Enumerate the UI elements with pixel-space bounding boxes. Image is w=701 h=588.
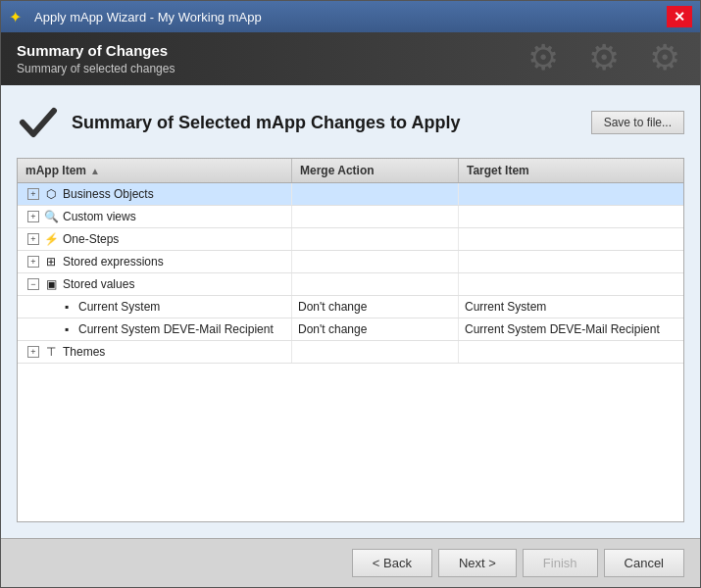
expand-toggle[interactable]: + [27,346,39,358]
row-label: Stored values [63,277,134,291]
cell-target-item [459,273,683,295]
table-body: +⬡Business Objects+🔍Custom views+⚡One-St… [18,183,683,364]
sort-arrow-icon: ▲ [90,166,100,176]
data-table: mApp Item ▲ Merge Action Target Item +⬡B… [17,158,684,522]
cell-merge-action [292,273,459,295]
next-button[interactable]: Next > [438,549,517,577]
storedval-icon: ▣ [43,276,59,292]
bo-icon: ⬡ [43,186,59,202]
cell-target-item [459,206,683,227]
col-header-mapp-item: mApp Item ▲ [18,159,292,182]
cell-merge-action [292,228,459,250]
title-bar-left: ✦ Apply mApp Wizard - My Working mApp [9,8,262,25]
expression-icon: ⊞ [43,254,59,270]
row-label: One-Steps [63,232,119,246]
cell-target-item: Current System DEVE-Mail Recipient [459,318,683,340]
table-row[interactable]: ▪Current System DEVE-Mail RecipientDon't… [18,318,683,341]
close-button[interactable]: ✕ [667,6,692,27]
cell-mapp-item: +⬡Business Objects [18,183,292,205]
search-icon: 🔍 [43,209,59,224]
cell-mapp-item: +⊤Themes [18,341,292,363]
row-label: Current System [78,300,160,314]
table-row[interactable]: +⚡One-Steps [18,228,683,251]
gear-decoration: ⚙ ⚙ ⚙ [527,37,690,78]
wizard-footer: < Back Next > Finish Cancel [1,538,700,587]
content-header: Summary of Selected mApp Changes to Appl… [17,101,684,144]
row-label: Current System DEVE-Mail Recipient [78,322,274,336]
expand-toggle[interactable]: + [27,211,39,222]
finish-button[interactable]: Finish [523,549,598,577]
table-header: mApp Item ▲ Merge Action Target Item [18,159,683,183]
main-window: ✦ Apply mApp Wizard - My Working mApp ✕ … [0,0,701,588]
cell-mapp-item: ▪Current System DEVE-Mail Recipient [18,318,292,340]
cell-target-item [459,341,683,363]
content-header-left: Summary of Selected mApp Changes to Appl… [17,101,460,144]
expand-toggle[interactable]: − [27,278,39,290]
row-label: Stored expressions [63,255,164,269]
expand-toggle[interactable]: + [27,188,39,200]
cell-target-item [459,251,683,272]
save-to-file-button[interactable]: Save to file... [591,111,684,134]
cell-target-item [459,228,683,250]
row-label: Custom views [63,210,136,223]
expand-toggle[interactable]: + [27,256,39,268]
col-header-target-item: Target Item [459,159,683,182]
table-row[interactable]: ▪Current SystemDon't changeCurrent Syste… [18,296,683,318]
expand-toggle[interactable]: + [27,233,39,245]
window-title: Apply mApp Wizard - My Working mApp [34,10,262,24]
wizard-header: ⚙ ⚙ ⚙ Summary of Changes Summary of sele… [1,32,700,85]
title-bar: ✦ Apply mApp Wizard - My Working mApp ✕ [1,1,700,32]
app-icon: ✦ [9,8,26,25]
cell-mapp-item: +🔍Custom views [18,206,292,227]
table-row[interactable]: +⬡Business Objects [18,183,683,206]
back-button[interactable]: < Back [352,549,432,577]
storedval-item-icon: ▪ [59,299,75,315]
cell-mapp-item: ▪Current System [18,296,292,318]
cell-merge-action: Don't change [292,318,459,340]
cell-merge-action [292,341,459,363]
checkmark-icon [17,101,60,144]
onestep-icon: ⚡ [43,231,59,247]
wizard-content: Summary of Selected mApp Changes to Appl… [1,85,700,538]
cell-target-item: Current System [459,296,683,318]
row-label: Business Objects [63,187,154,201]
cell-merge-action [292,251,459,272]
cell-merge-action [292,206,459,227]
wizard-header-title: Summary of Changes [17,42,684,59]
col-header-merge-action: Merge Action [292,159,459,182]
table-row[interactable]: −▣Stored values [18,273,683,296]
cell-merge-action [292,183,459,205]
table-row[interactable]: +⊞Stored expressions [18,251,683,273]
content-title: Summary of Selected mApp Changes to Appl… [72,113,460,133]
row-label: Themes [63,345,105,359]
cancel-button[interactable]: Cancel [604,549,684,577]
cell-mapp-item: +⊞Stored expressions [18,251,292,272]
wizard-header-subtitle: Summary of selected changes [17,62,684,75]
cell-merge-action: Don't change [292,296,459,318]
storedval-item-icon: ▪ [59,321,75,337]
table-row[interactable]: +⊤Themes [18,341,683,364]
cell-target-item [459,183,683,205]
cell-mapp-item: +⚡One-Steps [18,228,292,250]
theme-icon: ⊤ [43,344,59,360]
table-row[interactable]: +🔍Custom views [18,206,683,228]
cell-mapp-item: −▣Stored values [18,273,292,295]
